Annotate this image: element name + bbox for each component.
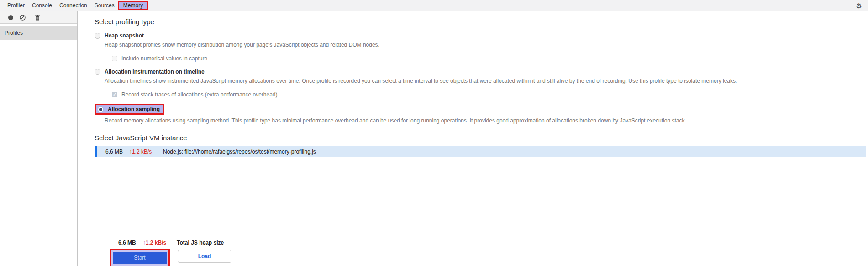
vm-heap-size: 6.6 MB [105, 149, 126, 155]
vm-instance-heading: Select JavaScript VM instance [95, 134, 868, 142]
devtools-tabbar: Profiler Console Connection Sources Memo… [0, 0, 868, 11]
action-buttons: Start Load [110, 249, 868, 266]
total-heap-label: Total JS heap size [177, 239, 224, 246]
option-allocation-timeline[interactable]: Allocation instrumentation on timeline [95, 69, 868, 75]
load-button[interactable]: Load [178, 250, 231, 263]
record-icon [8, 15, 13, 20]
option-label: Allocation sampling [108, 106, 160, 112]
radio-heap-snapshot[interactable] [95, 33, 100, 39]
option-description: Allocation timelines show instrumented J… [105, 78, 868, 84]
tab-connection[interactable]: Connection [56, 1, 91, 10]
profiling-type-heading: Select profiling type [95, 18, 868, 26]
block-icon [20, 15, 26, 21]
tabbar-divider [850, 2, 850, 9]
option-label: Allocation instrumentation on timeline [105, 69, 205, 75]
option-description: Record memory allocations using sampling… [105, 117, 868, 124]
delete-button[interactable] [32, 11, 43, 23]
vm-instance-row[interactable]: 6.6 MB ↑1.2 kB/s Node.js: file:///home/r… [95, 146, 866, 157]
option-heap-snapshot[interactable]: Heap snapshot [95, 32, 868, 39]
checkbox-record-stack-traces[interactable] [112, 92, 117, 97]
start-button-annotation: Start [110, 249, 170, 266]
checkbox-label: Record stack traces of allocations (extr… [121, 91, 278, 98]
total-heap-row: 6.6 MB ↑1.2 kB/s Total JS heap size [118, 239, 868, 246]
include-numerical-values-row[interactable]: Include numerical values in capture [112, 55, 868, 62]
tabbar-right-controls: ⚙ [850, 0, 868, 11]
gear-icon[interactable]: ⚙ [856, 2, 862, 9]
start-button[interactable]: Start [113, 252, 167, 264]
total-allocation-rate: ↑1.2 kB/s [143, 239, 166, 246]
option-label: Heap snapshot [105, 32, 144, 39]
tab-console[interactable]: Console [28, 1, 56, 10]
vm-instance-list[interactable]: 6.6 MB ↑1.2 kB/s Node.js: file:///home/r… [95, 146, 866, 235]
toolbar-divider [30, 14, 30, 21]
record-stack-traces-row[interactable]: Record stack traces of allocations (extr… [112, 91, 868, 98]
option-allocation-sampling-annotated[interactable]: Allocation sampling [95, 104, 164, 115]
checkbox-label: Include numerical values in capture [121, 55, 207, 62]
vm-instance-name: Node.js: file:///home/rafaelgss/repos/os… [163, 149, 316, 155]
tab-memory[interactable]: Memory [118, 1, 148, 10]
record-button[interactable] [5, 11, 16, 23]
trash-icon [35, 15, 40, 21]
radio-allocation-sampling[interactable] [98, 106, 104, 112]
radio-allocation-timeline[interactable] [95, 69, 100, 75]
profiler-toolbar [0, 11, 77, 24]
tab-profiler[interactable]: Profiler [4, 1, 28, 10]
vm-allocation-rate: ↑1.2 kB/s [129, 149, 156, 155]
tab-sources[interactable]: Sources [91, 1, 118, 10]
profiles-section-header[interactable]: Profiles [0, 26, 77, 40]
checkbox-include-numerical-values[interactable] [112, 56, 117, 61]
profiles-sidebar: Profiles [0, 11, 78, 266]
clear-button[interactable] [16, 11, 28, 23]
option-description: Heap snapshot profiles show memory distr… [105, 42, 868, 48]
memory-panel: Select profiling type Heap snapshot Heap… [78, 11, 868, 266]
total-heap-size: 6.6 MB [118, 239, 136, 246]
